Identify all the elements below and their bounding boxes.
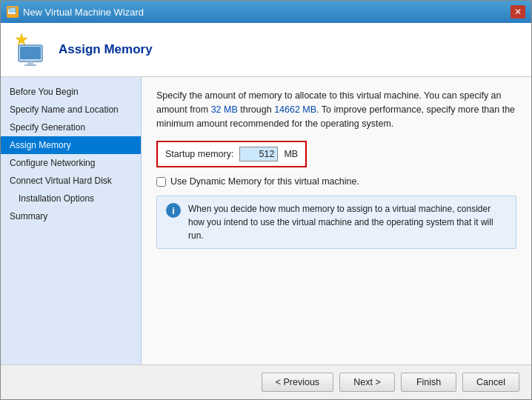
finish-button[interactable]: Finish: [401, 373, 456, 392]
sidebar-item[interactable]: Before You Begin: [1, 83, 141, 101]
svg-rect-7: [24, 64, 36, 66]
wizard-footer: < Previous Next > Finish Cancel: [1, 364, 531, 399]
svg-marker-3: [16, 33, 27, 45]
sidebar-item[interactable]: Configure Networking: [1, 154, 141, 172]
wizard-step-title: Assign Memory: [59, 42, 153, 57]
content-area: Specify the amount of memory to allocate…: [142, 77, 531, 364]
title-bar-left: New Virtual Machine Wizard: [7, 6, 144, 18]
wizard-window: New Virtual Machine Wizard ✕ Assign Mem: [0, 0, 532, 400]
sidebar-item[interactable]: Assign Memory: [1, 136, 141, 154]
cancel-button[interactable]: Cancel: [462, 373, 519, 392]
svg-rect-5: [20, 47, 41, 59]
previous-button[interactable]: < Previous: [262, 373, 333, 392]
info-box: i When you decide how much memory to ass…: [156, 196, 516, 249]
sidebar-item[interactable]: Specify Generation: [1, 119, 141, 136]
next-button[interactable]: Next >: [339, 373, 395, 392]
title-bar: New Virtual Machine Wizard ✕: [1, 1, 531, 23]
main-area: Before You BeginSpecify Name and Locatio…: [1, 77, 531, 364]
startup-memory-input[interactable]: [239, 147, 278, 161]
wizard-header: Assign Memory: [1, 23, 531, 77]
app-icon: [7, 6, 19, 18]
dynamic-memory-row: Use Dynamic Memory for this virtual mach…: [156, 176, 516, 187]
description-text: Specify the amount of memory to allocate…: [156, 89, 516, 130]
svg-rect-6: [27, 61, 33, 64]
window-title: New Virtual Machine Wizard: [23, 7, 144, 18]
sidebar-item[interactable]: Summary: [1, 207, 141, 225]
startup-memory-label: Startup memory:: [165, 149, 233, 159]
header-icon: [13, 32, 48, 67]
sidebar-item[interactable]: Connect Virtual Hard Disk: [1, 172, 141, 190]
sidebar: Before You BeginSpecify Name and Locatio…: [1, 77, 142, 364]
info-icon: i: [166, 203, 181, 218]
memory-input-row: Startup memory: MB: [156, 141, 307, 167]
sidebar-item[interactable]: Installation Options: [1, 190, 141, 207]
close-button[interactable]: ✕: [511, 5, 525, 19]
memory-unit-label: MB: [284, 149, 298, 159]
dynamic-memory-label: Use Dynamic Memory for this virtual mach…: [170, 176, 359, 187]
dynamic-memory-checkbox[interactable]: [156, 177, 166, 187]
sidebar-item[interactable]: Specify Name and Location: [1, 101, 141, 119]
info-text: When you decide how much memory to assig…: [188, 202, 507, 242]
